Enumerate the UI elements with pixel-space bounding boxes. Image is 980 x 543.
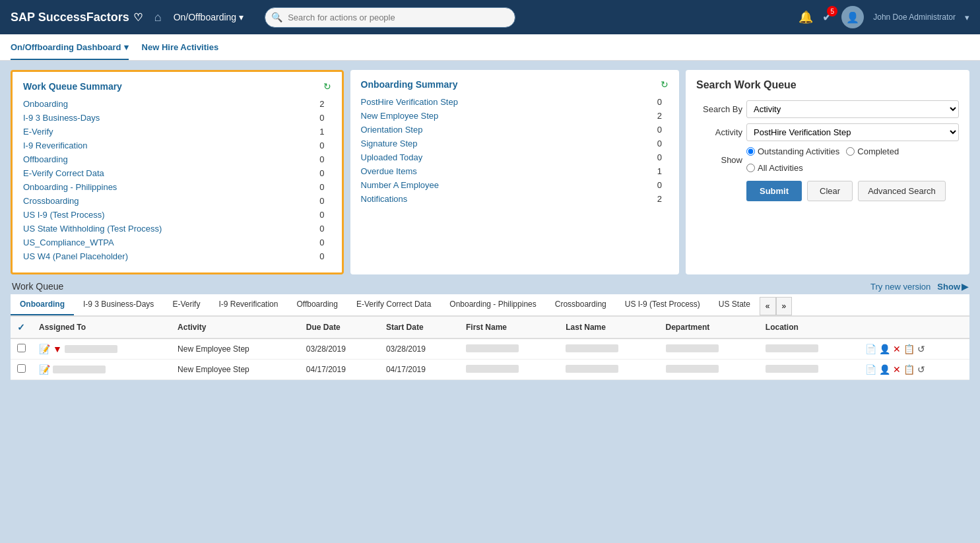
show-link[interactable]: Show ▶ — [937, 282, 968, 292]
delete-icon[interactable]: ✕ — [893, 364, 901, 375]
search-bar: 🔍 — [265, 7, 777, 28]
queue-item-count: 2 — [308, 97, 331, 111]
row-checkbox-cell — [11, 338, 32, 360]
onboarding-item-label[interactable]: Overdue Items — [361, 164, 637, 178]
tab-us-state[interactable]: US State — [709, 294, 760, 315]
onboarding-item-label[interactable]: Orientation Step — [361, 123, 637, 137]
row-start-date: 04/17/2019 — [379, 360, 459, 380]
tab-onboarding---philippines[interactable]: Onboarding - Philippines — [440, 294, 545, 315]
queue-summary-row: Offboarding0 — [23, 152, 331, 166]
delete-icon[interactable]: ✕ — [893, 344, 901, 354]
check-all-icon[interactable]: ✓ — [17, 322, 25, 333]
tab-next-button[interactable]: » — [776, 297, 793, 315]
queue-item-label[interactable]: I-9 3 Business-Days — [23, 111, 308, 125]
tab-offboarding[interactable]: Offboarding — [287, 294, 347, 315]
doc-icon[interactable]: 📋 — [903, 364, 915, 375]
onboarding-refresh-icon[interactable]: ↻ — [661, 79, 669, 90]
row-checkbox[interactable] — [17, 344, 26, 352]
tab-prev-button[interactable]: « — [760, 297, 776, 315]
onboarding-summary-title: Onboarding Summary — [361, 79, 458, 90]
queue-item-label[interactable]: US_Compliance_WTPA — [23, 236, 308, 249]
person-icon[interactable]: 👤 — [879, 344, 890, 354]
avatar[interactable]: 👤 — [841, 6, 864, 28]
onboarding-item-label[interactable]: New Employee Step — [361, 109, 637, 123]
doc-icon[interactable]: 📋 — [903, 344, 915, 354]
col-last-name: Last Name — [559, 317, 659, 338]
search-work-queue-title: Search Work Queue — [696, 79, 959, 91]
tab-i-9-reverification[interactable]: I-9 Reverification — [209, 294, 287, 315]
radio-outstanding[interactable]: Outstanding Activities — [746, 146, 839, 156]
pdf-icon[interactable]: 📄 — [865, 364, 876, 375]
queue-item-count: 0 — [308, 236, 331, 249]
subnav-new-hire-activities[interactable]: New Hire Activities — [142, 34, 219, 60]
queue-item-label[interactable]: Crossboarding — [23, 194, 308, 208]
onboarding-item-label[interactable]: PostHire Verification Step — [361, 95, 637, 109]
row-start-date: 03/28/2019 — [379, 338, 459, 360]
work-queue-refresh-icon[interactable]: ↻ — [323, 81, 331, 92]
radio-outstanding-label: Outstanding Activities — [758, 146, 839, 156]
activity-select[interactable]: PostHire Verification Step — [746, 123, 959, 141]
radio-completed-label: Completed — [857, 146, 899, 156]
queue-item-label[interactable]: I-9 Reverification — [23, 139, 308, 152]
search-by-select[interactable]: Activity — [746, 100, 959, 118]
search-input[interactable] — [265, 7, 515, 28]
submit-button[interactable]: Submit — [746, 181, 802, 201]
sub-nav: On/Offboarding Dashboard ▾ New Hire Acti… — [0, 34, 980, 61]
queue-item-label[interactable]: E-Verify — [23, 125, 308, 139]
show-label: Show — [696, 155, 742, 165]
queue-summary-row: US State Withholding (Test Process)0 — [23, 222, 331, 236]
queue-item-count: 0 — [308, 194, 331, 208]
person-icon[interactable]: 👤 — [879, 364, 890, 375]
onboarding-item-label[interactable]: Signature Step — [361, 137, 637, 150]
user-dropdown-icon[interactable]: ▾ — [965, 13, 969, 22]
tab-us-i-9-test-process[interactable]: US I-9 (Test Process) — [616, 294, 709, 315]
row-location — [759, 338, 859, 360]
home-icon[interactable]: ⌂ — [154, 11, 162, 24]
notification-icon[interactable]: 🔔 — [799, 10, 813, 24]
pdf-icon[interactable]: 📄 — [865, 344, 876, 354]
queue-summary-row: Onboarding2 — [23, 97, 331, 111]
row-last-name — [559, 338, 659, 360]
tab-crossboarding[interactable]: Crossboarding — [546, 294, 616, 315]
radio-completed[interactable]: Completed — [846, 146, 899, 156]
queue-item-label[interactable]: Onboarding - Philippines — [23, 180, 308, 194]
onboarding-item-label[interactable]: Uploaded Today — [361, 150, 637, 164]
tab-e-verify[interactable]: E-Verify — [163, 294, 209, 315]
notification-badge: 5 — [827, 6, 837, 16]
row-checkbox[interactable] — [17, 364, 26, 373]
show-arrow-icon: ▶ — [962, 282, 968, 292]
user-name: John Doe Administrator — [873, 13, 956, 22]
advanced-search-button[interactable]: Advanced Search — [858, 181, 946, 201]
alert-icon: ▼ — [53, 344, 62, 354]
row-assigned-to: 📝 — [32, 360, 171, 380]
row-checkbox-cell — [11, 360, 32, 380]
edit-icon[interactable]: 📝 — [39, 344, 50, 354]
col-first-name: First Name — [459, 317, 559, 338]
radio-all[interactable]: All Activities — [746, 163, 803, 173]
queue-item-label[interactable]: US State Withholding (Test Process) — [23, 222, 308, 236]
onboarding-summary-row: Orientation Step0 — [361, 123, 669, 137]
queue-item-label[interactable]: US W4 (Panel Placeholder) — [23, 249, 308, 263]
refresh-row-icon[interactable]: ↺ — [917, 344, 925, 354]
onboarding-item-label[interactable]: Notifications — [361, 192, 637, 206]
subnav-onoffboarding-dashboard[interactable]: On/Offboarding Dashboard ▾ — [11, 34, 129, 60]
col-checkbox: ✓ — [11, 317, 32, 338]
refresh-row-icon[interactable]: ↺ — [917, 364, 925, 375]
queue-item-label[interactable]: Onboarding — [23, 97, 308, 111]
queue-item-label[interactable]: E-Verify Correct Data — [23, 166, 308, 180]
onboarding-item-label[interactable]: Number A Employee — [361, 178, 637, 192]
try-new-version-link[interactable]: Try new version — [870, 282, 931, 292]
queue-item-count: 1 — [308, 125, 331, 139]
tab-onboarding[interactable]: Onboarding — [11, 294, 74, 315]
row-actions: 📄 👤 ✕ 📋 ↺ — [859, 338, 969, 360]
row-assigned-to: 📝 ▼ — [32, 338, 171, 360]
tab-e-verify-correct-data[interactable]: E-Verify Correct Data — [347, 294, 440, 315]
edit-icon[interactable]: 📝 — [39, 364, 50, 375]
module-nav[interactable]: On/Offboarding ▾ — [174, 12, 244, 22]
clear-button[interactable]: Clear — [807, 181, 853, 201]
onboarding-summary-row: Signature Step0 — [361, 137, 669, 150]
queue-item-label[interactable]: Offboarding — [23, 152, 308, 166]
tasks-icon[interactable]: ✔ 5 — [822, 10, 832, 24]
queue-item-label[interactable]: US I-9 (Test Process) — [23, 208, 308, 222]
tab-i-9-3-business-days[interactable]: I-9 3 Business-Days — [74, 294, 163, 315]
